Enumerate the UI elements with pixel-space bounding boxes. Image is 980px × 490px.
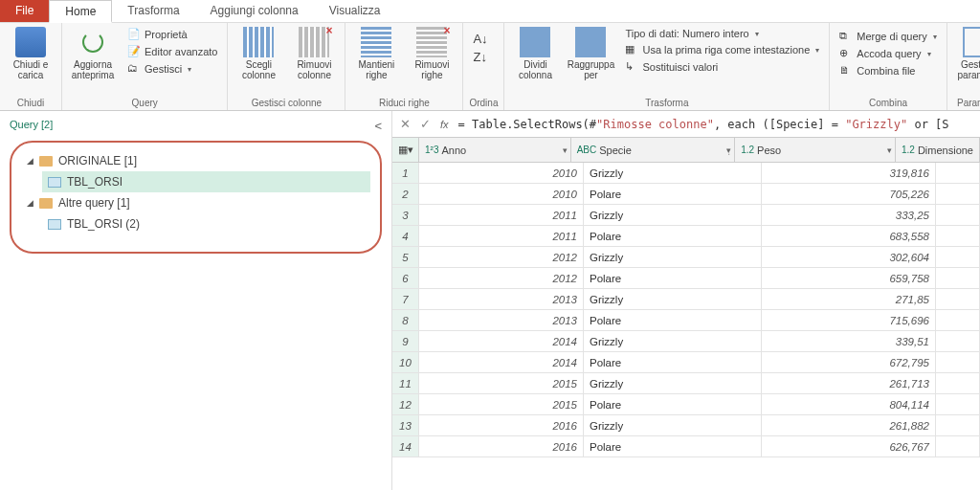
append-queries-button[interactable]: ⊕Accoda query▾ <box>835 46 940 61</box>
table-row[interactable]: 122015Polare804,114 <box>392 394 980 415</box>
cell-peso[interactable]: 705,226 <box>762 184 936 204</box>
cell-anno[interactable]: 2014 <box>419 352 584 372</box>
filter-button-active[interactable]: ▾̣ <box>726 145 731 155</box>
cancel-formula-button[interactable]: ✕ <box>400 117 411 131</box>
cell-dimensione[interactable] <box>936 436 980 457</box>
replace-values-button[interactable]: ↳Sostituisci valori <box>621 59 823 75</box>
tab-visualizza[interactable]: Visualizza <box>314 0 396 22</box>
cell-specie[interactable]: Grizzly <box>584 163 762 183</box>
manage-parameters-button[interactable]: Gestisci parametri <box>953 25 980 82</box>
cell-specie[interactable]: Polare <box>584 352 762 372</box>
table-row[interactable]: 102014Polare672,795 <box>392 352 980 373</box>
cell-specie[interactable]: Polare <box>584 184 762 204</box>
first-row-header-button[interactable]: ▦Usa la prima riga come intestazione▾ <box>621 42 823 57</box>
cell-dimensione[interactable] <box>936 310 980 330</box>
folder-altre-query[interactable]: ◢ Altre query [1] <box>21 192 370 213</box>
cell-dimensione[interactable] <box>936 394 980 414</box>
cell-peso[interactable]: 659,758 <box>762 268 936 288</box>
cell-peso[interactable]: 672,795 <box>762 352 936 372</box>
row-header-corner[interactable]: ▦▾ <box>392 138 419 162</box>
cell-peso[interactable]: 302,604 <box>762 247 936 267</box>
refresh-preview-button[interactable]: Aggiorna anteprima <box>68 25 118 82</box>
choose-columns-button[interactable]: Scegli colonne <box>234 25 283 82</box>
filter-button[interactable]: ▾ <box>563 145 568 155</box>
cell-specie[interactable]: Polare <box>584 268 762 288</box>
cell-anno[interactable]: 2015 <box>419 394 584 414</box>
cell-anno[interactable]: 2012 <box>419 247 584 267</box>
cell-specie[interactable]: Polare <box>584 436 762 457</box>
cell-peso[interactable]: 333,25 <box>762 205 936 225</box>
cell-specie[interactable]: Polare <box>584 394 762 414</box>
folder-originale[interactable]: ◢ ORIGINALE [1] <box>21 150 370 171</box>
remove-rows-button[interactable]: × Rimuovi righe <box>407 25 457 82</box>
formula-input[interactable]: = Table.SelectRows(#"Rimosse colonne", e… <box>458 118 972 131</box>
cell-dimensione[interactable] <box>936 226 980 246</box>
table-row[interactable]: 62012Polare659,758 <box>392 268 980 289</box>
cell-specie[interactable]: Polare <box>584 226 762 246</box>
confirm-formula-button[interactable]: ✓ <box>420 117 431 131</box>
table-row[interactable]: 82013Polare715,696 <box>392 310 980 331</box>
table-row[interactable]: 42011Polare683,558 <box>392 226 980 247</box>
tab-file[interactable]: File <box>0 0 49 22</box>
cell-dimensione[interactable] <box>936 331 980 351</box>
properties-button[interactable]: 📄Proprietà <box>123 27 221 42</box>
collapse-panel-button[interactable]: < <box>374 119 382 133</box>
cell-dimensione[interactable] <box>936 268 980 288</box>
cell-specie[interactable]: Grizzly <box>584 289 762 309</box>
cell-anno[interactable]: 2016 <box>419 436 584 457</box>
cell-anno[interactable]: 2012 <box>419 268 584 288</box>
cell-anno[interactable]: 2013 <box>419 310 584 330</box>
column-specie[interactable]: ABCSpecie▾̣ <box>571 138 736 162</box>
table-row[interactable]: 92014Grizzly339,51 <box>392 331 980 352</box>
sort-desc-button[interactable]: Z↓ <box>469 49 491 65</box>
table-row[interactable]: 112015Grizzly261,713 <box>392 373 980 394</box>
table-row[interactable]: 22010Polare705,226 <box>392 184 980 205</box>
table-row[interactable]: 32011Grizzly333,25 <box>392 205 980 226</box>
cell-dimensione[interactable] <box>936 184 980 204</box>
cell-peso[interactable]: 261,713 <box>762 373 936 393</box>
query-tbl-orsi[interactable]: TBL_ORSI <box>42 171 370 192</box>
table-row[interactable]: 132016Grizzly261,882 <box>392 415 980 436</box>
group-by-button[interactable]: Raggruppa per <box>566 25 615 82</box>
table-row[interactable]: 142016Polare626,767 <box>392 436 980 457</box>
cell-peso[interactable]: 319,816 <box>762 163 936 183</box>
column-dimensione[interactable]: 1.2Dimensione <box>896 138 980 162</box>
cell-dimensione[interactable] <box>936 415 980 435</box>
advanced-editor-button[interactable]: 📝Editor avanzato <box>123 44 221 59</box>
cell-peso[interactable]: 271,85 <box>762 289 936 309</box>
data-type-button[interactable]: Tipo di dati: Numero intero▾ <box>621 27 823 40</box>
cell-dimensione[interactable] <box>936 247 980 267</box>
close-load-button[interactable]: Chiudi e carica <box>6 25 56 82</box>
merge-queries-button[interactable]: ⧉Merge di query▾ <box>835 29 940 44</box>
tab-home[interactable]: Home <box>49 0 112 23</box>
sort-asc-button[interactable]: A↓ <box>469 31 491 47</box>
cell-dimensione[interactable] <box>936 373 980 393</box>
tab-trasforma[interactable]: Trasforma <box>112 0 194 22</box>
keep-rows-button[interactable]: Mantieni righe <box>351 25 401 82</box>
cell-dimensione[interactable] <box>936 352 980 372</box>
cell-anno[interactable]: 2015 <box>419 373 584 393</box>
cell-anno[interactable]: 2011 <box>419 226 584 246</box>
split-column-button[interactable]: Dividi colonna <box>510 25 560 82</box>
cell-peso[interactable]: 683,558 <box>762 226 936 246</box>
cell-dimensione[interactable] <box>936 163 980 183</box>
cell-peso[interactable]: 715,696 <box>762 310 936 330</box>
table-row[interactable]: 52012Grizzly302,604 <box>392 247 980 268</box>
cell-specie[interactable]: Polare <box>584 310 762 330</box>
filter-button[interactable]: ▾ <box>887 145 892 155</box>
cell-specie[interactable]: Grizzly <box>584 331 762 351</box>
cell-dimensione[interactable] <box>936 205 980 225</box>
cell-specie[interactable]: Grizzly <box>584 205 762 225</box>
column-anno[interactable]: 1²3Anno▾ <box>419 138 571 162</box>
cell-anno[interactable]: 2010 <box>419 184 584 204</box>
cell-anno[interactable]: 2016 <box>419 415 584 435</box>
cell-peso[interactable]: 261,882 <box>762 415 936 435</box>
cell-peso[interactable]: 626,767 <box>762 436 936 457</box>
column-peso[interactable]: 1.2Peso▾ <box>735 138 896 162</box>
manage-button[interactable]: 🗂Gestisci▾ <box>123 61 221 77</box>
cell-specie[interactable]: Grizzly <box>584 415 762 435</box>
table-row[interactable]: 12010Grizzly319,816 <box>392 163 980 184</box>
cell-peso[interactable]: 339,51 <box>762 331 936 351</box>
cell-specie[interactable]: Grizzly <box>584 373 762 393</box>
table-row[interactable]: 72013Grizzly271,85 <box>392 289 980 310</box>
